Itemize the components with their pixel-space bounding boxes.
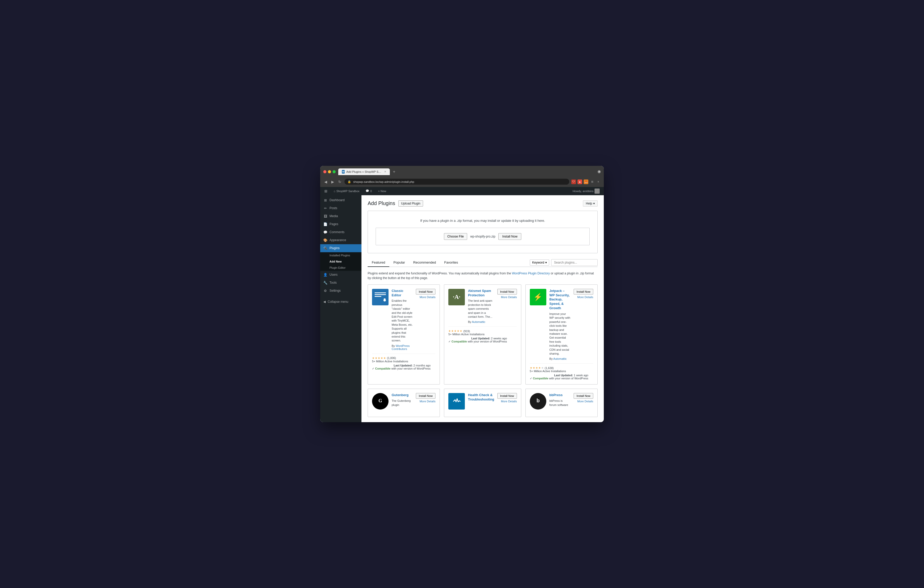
plugin-card-classic-editor: Classic Editor Enables the previous "cla… (368, 284, 440, 385)
tab-recommended[interactable]: Recommended (409, 258, 440, 267)
jetpack-author-link[interactable]: Automattic (553, 357, 567, 360)
akismet-author-link[interactable]: Automattic (472, 320, 485, 324)
classic-editor-install-button[interactable]: Install Now (416, 289, 436, 294)
plugin-card-header: Health Check & Troubleshooting Install N… (448, 393, 517, 410)
active-browser-tab[interactable]: W Add Plugins « ShopWP Sandbox... ✕ (338, 168, 390, 175)
sidebar-menu: ⊞ Dashboard ✏ Posts 🖼 Media 📄 Pages (320, 195, 361, 296)
jetpack-more-details-link[interactable]: More Details (577, 296, 593, 299)
jetpack-rating: ★ ★ ★ ★ ★ (1,638) 5+ Million Active Inst… (530, 366, 566, 373)
sidebar-item-plugins[interactable]: 🔌 Plugins (320, 244, 361, 252)
sidebar-item-posts[interactable]: ✏ Posts (320, 204, 361, 212)
gutenberg-install-button[interactable]: Install Now (416, 393, 436, 399)
health-check-more-details-link[interactable]: More Details (501, 400, 517, 403)
keyword-label: Keyword (532, 261, 544, 264)
submenu-installed-plugins[interactable]: Installed Plugins (320, 252, 361, 258)
akismet-more-details-link[interactable]: More Details (501, 296, 517, 299)
tab-featured[interactable]: Featured (368, 258, 389, 267)
star-5: ★ (383, 357, 386, 360)
rating-count: (1,006) (387, 357, 396, 360)
plugins-submenu: Installed Plugins Add New Plugin Editor (320, 252, 361, 271)
tab-popular[interactable]: Popular (389, 258, 409, 267)
akismet-install-button[interactable]: Install Now (497, 289, 517, 294)
sidebar-item-settings[interactable]: ⚙ Settings (320, 287, 361, 295)
health-check-name: Health Check & Troubleshooting (468, 393, 494, 402)
tab-close-button[interactable]: ✕ (384, 170, 386, 173)
bbpress-more-details-link[interactable]: More Details (577, 400, 593, 403)
plugin-directory-description: Plugins extend and expand the functional… (368, 271, 597, 280)
health-check-install-button[interactable]: Install Now (497, 393, 517, 399)
bbpress-desc: bbPress is forum software (549, 399, 571, 407)
jetpack-install-button[interactable]: Install Now (574, 289, 593, 294)
refresh-button[interactable]: ↻ (337, 179, 342, 185)
sidebar-item-comments[interactable]: 💬 Comments (320, 228, 361, 236)
classic-editor-more-details-link[interactable]: More Details (419, 296, 436, 299)
health-svg (451, 396, 462, 406)
sidebar-plugins-label: Plugins (330, 246, 340, 250)
browser-window: W Add Plugins « ShopWP Sandbox... ✕ + ⊕ … (320, 166, 604, 423)
plugin-card-header: Classic Editor Enables the previous "cla… (372, 289, 436, 350)
plugin-meta: Last Updated: 2 months ago ✓ Compatible … (372, 364, 431, 370)
keyword-dropdown[interactable]: Keyword ▾ (530, 259, 549, 266)
comment-bubble-icon: 💬 (366, 189, 369, 193)
pages-icon: 📄 (323, 222, 327, 226)
extension-icon-2[interactable]: 🦊 (584, 180, 588, 184)
classic-editor-author-link[interactable]: WordPress Contributors (392, 344, 410, 350)
gutenberg-more-details-link[interactable]: More Details (419, 400, 436, 403)
browser-settings-icon: ⊕ (597, 170, 601, 173)
star-4: ★ (457, 329, 459, 333)
bbpress-install-button[interactable]: Install Now (574, 393, 593, 399)
wordpress-admin: ⊞ ⌂ ShopWP Sandbox 💬 0 + New Howdy, arob… (320, 187, 604, 423)
sidebar-item-dashboard[interactable]: ⊞ Dashboard (320, 196, 361, 204)
brave-shield-icon[interactable]: 🛡 (571, 180, 576, 184)
star-2: ★ (533, 366, 535, 370)
help-button[interactable]: Help ▾ (583, 200, 597, 206)
last-updated: Last Updated: 2 months ago (372, 364, 431, 367)
help-chevron-icon: ▾ (593, 202, 595, 205)
extensions-menu-icon[interactable]: ⊞ (590, 180, 594, 184)
address-bar[interactable]: 🔒 shopwp-sandbox.loc/wp-admin/plugin-ins… (345, 179, 569, 185)
plugin-card-header: ⚡ Jetpack – WP Security, Backup, Speed, … (530, 289, 593, 360)
admin-bar-user[interactable]: Howdy, arobbins (571, 188, 601, 194)
star-3: ★ (535, 366, 538, 370)
browser-menu-icon[interactable]: ≡ (596, 180, 601, 184)
tab-favorites[interactable]: Favorites (440, 258, 462, 267)
forward-button[interactable]: ▶ (330, 179, 335, 185)
plugins-icon: 🔌 (323, 246, 327, 250)
main-content: Add Plugins Upload Plugin Help ▾ If you … (361, 195, 604, 423)
sidebar-item-users[interactable]: 👤 Users (320, 271, 361, 279)
minimize-window-button[interactable] (328, 170, 331, 173)
howdy-label: Howdy, arobbins (573, 190, 594, 193)
submenu-add-new[interactable]: Add New (320, 258, 361, 264)
compatible-label: Compatible (451, 340, 467, 343)
akismet-author: By Automattic (468, 320, 494, 324)
search-plugins-input[interactable] (551, 259, 597, 266)
admin-bar-wp-logo[interactable]: ⊞ (323, 189, 329, 193)
sidebar-item-pages[interactable]: 📄 Pages (320, 220, 361, 228)
submenu-plugin-editor[interactable]: Plugin Editor (320, 264, 361, 271)
maximize-window-button[interactable] (333, 170, 336, 173)
plugin-tabs: Featured Popular Recommended Favorites K… (368, 258, 597, 267)
admin-bar-comments[interactable]: 💬 0 (364, 189, 373, 193)
akismet-desc: The best anti-spam protection to block s… (468, 299, 494, 319)
plugin-info: bbPress bbPress is forum software (549, 393, 571, 410)
admin-bar-site-name[interactable]: ⌂ ShopWP Sandbox (332, 190, 361, 193)
active-installs: 5+ Million Active Installations (448, 333, 484, 336)
install-now-upload-button[interactable]: Install Now (498, 233, 521, 240)
classic-editor-author: By WordPress Contributors (392, 344, 413, 350)
admin-bar-new[interactable]: + New (376, 190, 388, 193)
choose-file-button[interactable]: Choose File (444, 233, 467, 240)
collapse-menu-button[interactable]: ◀ Collapse menu (320, 298, 361, 306)
extension-icon-1[interactable]: ▲ (578, 180, 582, 184)
plugin-directory-link[interactable]: WordPress Plugin Directory (512, 272, 549, 275)
rating-stars: ★ ★ ★ ★ ★ (1,006) (372, 357, 408, 360)
sidebar-item-tools[interactable]: 🔧 Tools (320, 279, 361, 287)
upload-plugin-button[interactable]: Upload Plugin (398, 200, 423, 206)
classic-editor-icon (372, 289, 389, 306)
sidebar-item-appearance[interactable]: 🎨 Appearance (320, 236, 361, 244)
help-label: Help (586, 202, 592, 205)
stars-display: ★ ★ ★ ★ ★ (372, 357, 386, 360)
back-button[interactable]: ◀ (323, 179, 328, 185)
close-window-button[interactable] (323, 170, 327, 173)
sidebar-item-media[interactable]: 🖼 Media (320, 212, 361, 220)
new-tab-button[interactable]: + (391, 168, 397, 175)
